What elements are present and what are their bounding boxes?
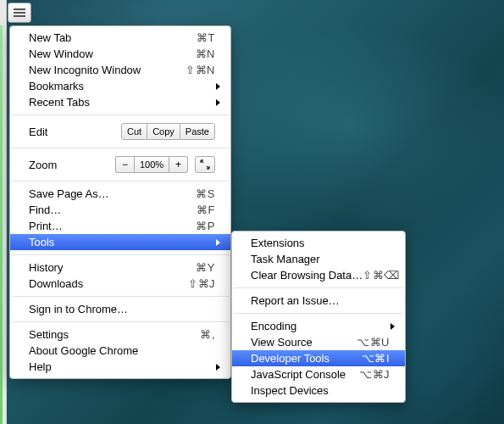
menu-shortcut: ⌘T (197, 31, 215, 44)
menu-label: Print… (29, 220, 196, 232)
menu-tools[interactable]: Tools (10, 234, 230, 250)
menu-shortcut: ⌥⌘U (357, 336, 390, 349)
chrome-main-menu: New Tab ⌘T New Window ⌘N New Incognito W… (9, 25, 231, 379)
menu-shortcut: ⌘Y (196, 261, 215, 274)
menu-label: Report an Issue… (251, 294, 390, 307)
edit-button-group: Cut Copy Paste (121, 123, 215, 140)
fullscreen-icon (200, 159, 210, 170)
menu-separator (11, 254, 230, 255)
menu-history[interactable]: History ⌘Y (10, 259, 230, 276)
menu-label: Encoding (251, 320, 390, 332)
menu-label: New Window (29, 47, 196, 60)
menu-separator (11, 181, 230, 181)
menu-separator (11, 321, 230, 322)
menu-label: New Tab (29, 31, 197, 44)
submenu-task-manager[interactable]: Task Manager (232, 251, 405, 267)
menu-label: Save Page As… (29, 187, 196, 200)
menu-label: Extensions (251, 237, 390, 249)
copy-button[interactable]: Copy (147, 123, 180, 140)
cut-button[interactable]: Cut (121, 123, 147, 140)
fullscreen-button[interactable] (195, 156, 215, 173)
menu-label: Zoom (29, 159, 115, 171)
menu-label: History (29, 261, 196, 274)
submenu-arrow-icon (216, 83, 220, 90)
submenu-arrow-icon (390, 323, 395, 330)
menu-edit-row: Edit Cut Copy Paste (10, 120, 230, 143)
menu-shortcut: ⌘, (200, 328, 215, 341)
submenu-encoding[interactable]: Encoding (232, 318, 405, 334)
submenu-arrow-icon (216, 239, 220, 246)
chrome-menu-button[interactable] (8, 3, 31, 23)
menu-zoom-row: Zoom − 100% + (10, 153, 230, 176)
menu-find[interactable]: Find… ⌘F (10, 202, 230, 218)
submenu-view-source[interactable]: View Source ⌥⌘U (232, 334, 405, 350)
submenu-extensions[interactable]: Extensions (232, 235, 405, 251)
zoom-stepper: − 100% + (115, 156, 188, 173)
menu-label: New Incognito Window (29, 64, 186, 76)
menu-new-tab[interactable]: New Tab ⌘T (10, 30, 230, 46)
menu-label: Sign in to Chrome… (29, 303, 215, 315)
menu-recent-tabs[interactable]: Recent Tabs (10, 94, 230, 110)
submenu-js-console[interactable]: JavaScript Console ⌥⌘J (232, 366, 405, 382)
menu-bookmarks[interactable]: Bookmarks (10, 78, 230, 94)
menu-label: Find… (29, 204, 197, 216)
menu-downloads[interactable]: Downloads ⇧⌘J (10, 276, 230, 292)
menu-label: Task Manager (251, 253, 390, 265)
menu-shortcut: ⇧⌘⌫ (363, 269, 400, 282)
submenu-report-issue[interactable]: Report an Issue… (232, 293, 405, 309)
menu-label: Settings (29, 328, 200, 341)
menu-print[interactable]: Print… ⌘P (10, 218, 230, 234)
tools-submenu: Extensions Task Manager Clear Browsing D… (231, 231, 406, 403)
menu-label: Downloads (29, 277, 188, 290)
menu-shortcut: ⇧⌘N (186, 64, 215, 76)
hamburger-icon (14, 8, 25, 17)
zoom-controls: − 100% + (115, 156, 215, 173)
menu-label: Edit (29, 126, 121, 138)
menu-shortcut: ⌘S (196, 187, 215, 200)
menu-new-window[interactable]: New Window ⌘N (10, 46, 230, 62)
menu-about[interactable]: About Google Chrome (10, 343, 230, 359)
zoom-level: 100% (134, 156, 169, 173)
paste-button[interactable]: Paste (180, 123, 215, 140)
submenu-arrow-icon (216, 364, 220, 371)
menu-label: Bookmarks (29, 80, 216, 92)
browser-left-edge (0, 0, 7, 424)
menu-label: About Google Chrome (29, 344, 215, 357)
menu-shortcut: ⇧⌘J (188, 277, 215, 290)
menu-separator (11, 148, 230, 148)
menu-shortcut: ⌘N (196, 47, 215, 60)
menu-shortcut: ⌥⌘J (359, 368, 390, 381)
menu-new-incognito[interactable]: New Incognito Window ⇧⌘N (10, 62, 230, 78)
submenu-developer-tools[interactable]: Developer Tools ⌥⌘I (232, 350, 405, 366)
menu-label: Tools (29, 236, 216, 248)
menu-shortcut: ⌘P (196, 220, 215, 232)
menu-separator (233, 287, 404, 288)
menu-label: Clear Browsing Data… (251, 269, 363, 282)
menu-shortcut: ⌘F (197, 204, 215, 216)
menu-save-as[interactable]: Save Page As… ⌘S (10, 186, 230, 202)
submenu-clear-browsing[interactable]: Clear Browsing Data… ⇧⌘⌫ (232, 267, 405, 283)
menu-label: Recent Tabs (29, 96, 216, 109)
menu-label: Developer Tools (251, 352, 362, 365)
menu-label: JavaScript Console (251, 368, 359, 381)
submenu-arrow-icon (216, 99, 220, 106)
menu-shortcut: ⌥⌘I (362, 352, 390, 365)
zoom-out-button[interactable]: − (115, 156, 134, 173)
submenu-inspect-devices[interactable]: Inspect Devices (232, 382, 405, 399)
menu-label: Help (29, 360, 216, 373)
menu-separator (11, 114, 230, 115)
menu-help[interactable]: Help (10, 359, 230, 375)
menu-label: Inspect Devices (251, 384, 390, 397)
zoom-in-button[interactable]: + (169, 156, 188, 173)
menu-label: View Source (251, 336, 357, 349)
menu-separator (11, 296, 230, 297)
menu-signin[interactable]: Sign in to Chrome… (10, 301, 230, 317)
menu-settings[interactable]: Settings ⌘, (10, 326, 230, 343)
menu-separator (233, 313, 404, 314)
